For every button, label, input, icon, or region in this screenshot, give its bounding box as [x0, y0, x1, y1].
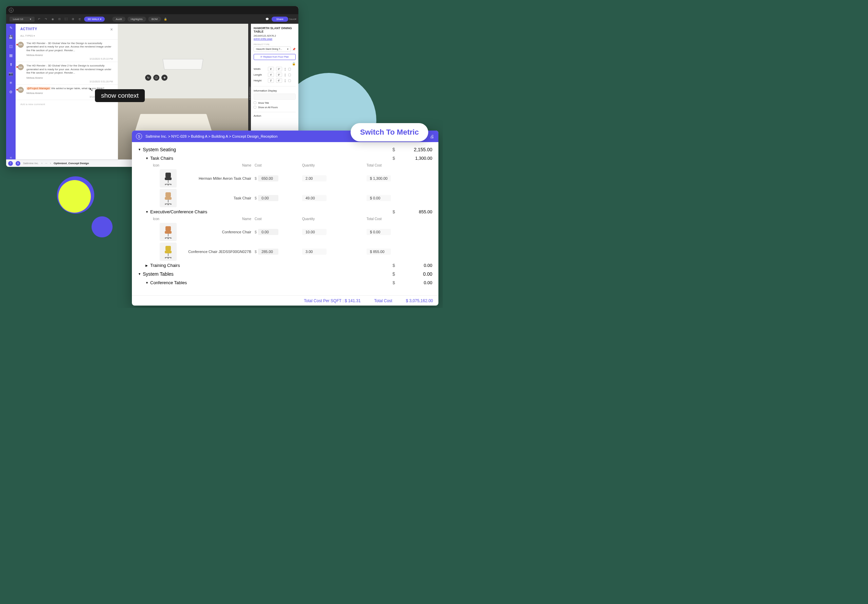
item-row: Herman Miller Aeron Task Chair $650.00 2…	[138, 169, 432, 188]
lock-icon[interactable]: 🔒	[163, 17, 168, 21]
table-header: IconNameCostQuantityTotal Cost	[138, 216, 432, 222]
bom-footer: Total Cost Per SQFT : $ 141.31 Total Cos…	[132, 295, 439, 306]
share-button[interactable]: Share	[271, 17, 288, 22]
info-display-input[interactable]	[254, 93, 296, 100]
replace-button[interactable]: ⟳ Replace from Floor Plan	[254, 54, 296, 60]
item-cost-input[interactable]: $0.00	[255, 195, 278, 201]
total-cost-label: Total Cost	[374, 298, 392, 303]
expand-icon[interactable]: ⛶	[64, 17, 68, 21]
viewport-rotate-icon[interactable]: ↻	[145, 75, 151, 81]
subcategory-row[interactable]: ▼Task Chairs$1,300.00	[138, 154, 432, 162]
show-all-floors-checkbox[interactable]	[254, 106, 256, 109]
category-row[interactable]: ▼System Seating$2,155.00	[138, 145, 432, 154]
highlights-button[interactable]: Highlights	[127, 17, 146, 22]
activity-item[interactable]: MA The HD Render - 3D Global View for th…	[16, 39, 118, 62]
viewport-move-icon[interactable]: ✥	[161, 75, 167, 81]
item-total: $ 855.00	[367, 248, 391, 255]
item-name: Task Chair	[183, 196, 255, 200]
svg-point-6	[167, 184, 169, 185]
walk-mode-button[interactable]: 3D WALK ▾	[84, 17, 105, 22]
camera-icon[interactable]: 📷	[8, 71, 13, 76]
org-icon[interactable]: S	[16, 161, 20, 166]
svg-rect-0	[166, 172, 171, 177]
switch-to-metric-button[interactable]: Switch To Metric	[350, 123, 428, 141]
width-ft-input[interactable]: 8'	[268, 67, 274, 71]
subcategory-row[interactable]: ▼Conference Tables$0.00	[138, 279, 432, 287]
item-qty-input[interactable]: 2.00	[302, 175, 327, 182]
height-ft-input[interactable]: 2'	[268, 78, 274, 83]
close-icon[interactable]: ×	[110, 27, 113, 32]
crop-icon[interactable]: ⊏	[77, 17, 82, 21]
length-ft-input[interactable]: 4'	[268, 73, 274, 77]
viewport-info-icon[interactable]: ⓘ	[153, 75, 160, 81]
length-link-checkbox[interactable]	[288, 74, 291, 76]
subcategory-row[interactable]: ▼Executive/Conference Chairs$855.00	[138, 208, 432, 216]
sun-icon[interactable]: ☀	[9, 81, 12, 85]
settings-icon[interactable]: ⚙	[9, 90, 12, 94]
svg-point-13	[167, 204, 169, 205]
chair-icon	[160, 223, 177, 241]
bom-app-window: S Saltmine Inc. > NYC-028 > Building A >…	[132, 130, 439, 306]
snap-icon[interactable]: ⊡	[57, 17, 62, 21]
toolbar: Level 10▾ ↶ ↷ ◉ ⊡ ⛶ ⊞ ⊏ 3D WALK ▾ Audit …	[6, 14, 298, 24]
activity-title: ACTIVITY	[20, 27, 37, 32]
length-in-input[interactable]: 0"	[276, 73, 282, 77]
lock-dimensions-icon[interactable]: 🔓	[254, 62, 296, 65]
svg-point-18	[165, 238, 166, 239]
product-type-select[interactable]: Haworth Slant Dining T...▾	[254, 47, 291, 52]
save-dropdown[interactable]: Save ▾	[290, 17, 295, 21]
item-total: $ 0.00	[367, 195, 391, 201]
context-tooltip: show context	[95, 89, 145, 102]
width-in-input[interactable]: 0"	[276, 67, 282, 71]
item-row: Conference Chair JEDSSF00GN027B $285.00 …	[138, 242, 432, 261]
show-title-checkbox[interactable]	[254, 101, 256, 104]
avatar: MA	[18, 42, 24, 48]
svg-rect-1	[165, 177, 172, 180]
category-row[interactable]: ▼System Tables$0.00	[138, 269, 432, 279]
avatar: MA	[18, 64, 24, 70]
svg-point-19	[170, 238, 172, 239]
item-qty-input[interactable]: 3.00	[302, 248, 327, 255]
comment-icon[interactable]: 💬	[265, 17, 270, 21]
height-link-checkbox[interactable]	[288, 79, 291, 82]
activity-item[interactable]: MA The HD Render - 3D Global View 2 for …	[16, 62, 118, 84]
item-cost-input[interactable]: $285.00	[255, 248, 278, 255]
admin-entity-link[interactable]: admin entity page	[254, 38, 296, 40]
pin-icon[interactable]: 📌	[292, 48, 296, 51]
breadcrumb-design[interactable]: Optimized_Concept Design	[54, 162, 89, 165]
app-logo-icon: S	[9, 8, 14, 12]
save-icon[interactable]: 💾	[8, 35, 13, 39]
help-icon[interactable]: ?	[8, 161, 13, 166]
upload-icon[interactable]: ⬆	[9, 62, 12, 67]
grid-icon[interactable]: ▦	[9, 53, 12, 57]
cursor-icon: ↖	[89, 87, 93, 92]
svg-point-4	[165, 184, 166, 185]
print-icon[interactable]: 🖨	[430, 134, 434, 139]
bom-button[interactable]: BOM	[148, 17, 161, 22]
svg-point-26	[170, 257, 172, 258]
pencil-icon[interactable]: ✎	[9, 26, 12, 30]
product-title: HAWORTH SLANT DINING TABLE	[254, 26, 296, 33]
undo-icon[interactable]: ↶	[37, 17, 41, 21]
redo-icon[interactable]: ↷	[43, 17, 48, 21]
level-selector[interactable]: Level 10▾	[9, 17, 34, 22]
collapse-icon[interactable]: «	[10, 155, 12, 159]
svg-point-27	[167, 258, 169, 259]
chair-icon	[160, 169, 177, 188]
view-icon[interactable]: ◉	[50, 17, 55, 21]
layers-icon[interactable]: ◫	[9, 44, 12, 48]
item-cost-input[interactable]: $650.00	[255, 175, 278, 182]
item-qty-input[interactable]: 49.00	[302, 195, 327, 201]
activity-filter[interactable]: ALL TYPES ▾	[16, 34, 118, 39]
svg-rect-8	[165, 197, 172, 200]
item-qty-input[interactable]: 10.00	[302, 229, 327, 235]
item-cost-input[interactable]: $0.00	[255, 229, 278, 235]
width-link-checkbox[interactable]	[288, 68, 291, 71]
audit-button[interactable]: Audit	[112, 17, 125, 22]
table-header: IconNameCostQuantityTotal Cost	[138, 162, 432, 169]
subcategory-row[interactable]: ▶Training Chairs$0.00	[138, 261, 432, 269]
height-in-input[interactable]: 6"	[276, 78, 282, 83]
measure-icon[interactable]: ⊞	[71, 17, 75, 21]
breadcrumb-org[interactable]: Saltmine Inc.	[23, 162, 39, 165]
svg-rect-22	[165, 251, 172, 253]
